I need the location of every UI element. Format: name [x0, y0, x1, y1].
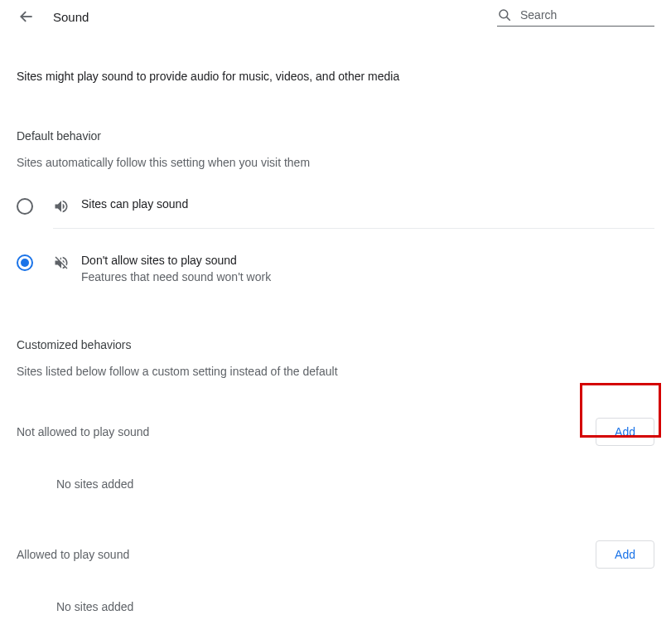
default-behavior-heading: Default behavior [17, 129, 654, 143]
search-icon [497, 7, 512, 22]
arrow-left-icon [18, 8, 35, 25]
add-not-allowed-button[interactable]: Add [596, 418, 654, 446]
radio-desc-block: Features that need sound won't work [81, 270, 271, 283]
svg-line-2 [507, 17, 510, 20]
radio-allow-sound[interactable] [17, 198, 33, 215]
volume-on-icon [53, 198, 70, 215]
allowed-empty: No sites added [56, 600, 654, 613]
customized-sub: Sites listed below follow a custom setti… [17, 365, 654, 378]
radio-dot-icon [21, 259, 29, 267]
radio-label-block: Don't allow sites to play sound [81, 254, 271, 267]
default-behavior-sub: Sites automatically follow this setting … [17, 156, 654, 169]
add-allowed-button[interactable]: Add [596, 540, 654, 569]
svg-point-1 [500, 10, 508, 18]
search-input[interactable] [520, 8, 654, 22]
radio-block-sound[interactable] [17, 254, 33, 271]
search-field[interactable] [497, 7, 654, 27]
group-not-allowed-label: Not allowed to play sound [17, 425, 149, 438]
group-allowed-label: Allowed to play sound [17, 548, 129, 561]
volume-off-icon [53, 254, 70, 271]
back-button[interactable] [17, 7, 36, 27]
customized-heading: Customized behaviors [17, 338, 654, 351]
not-allowed-empty: No sites added [56, 477, 654, 491]
page-title: Sound [53, 10, 89, 24]
radio-label-allow: Sites can play sound [81, 197, 188, 211]
intro-text: Sites might play sound to provide audio … [17, 70, 654, 83]
